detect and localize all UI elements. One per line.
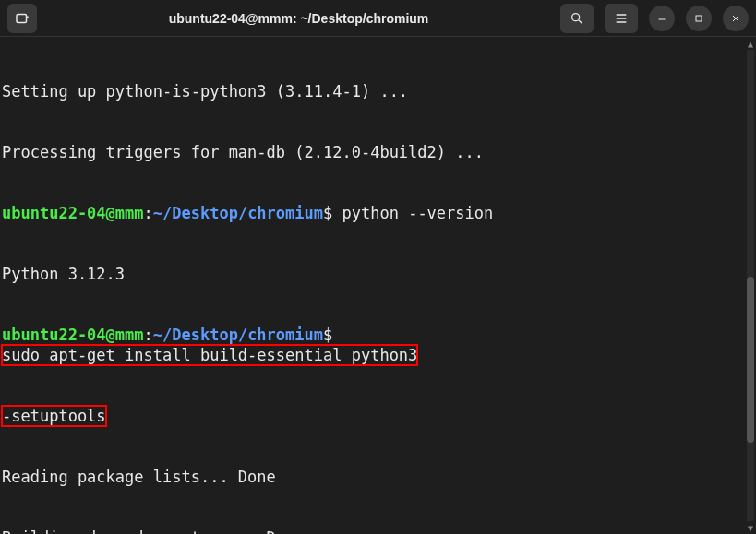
command-text: python --version	[342, 203, 494, 223]
hamburger-menu-button[interactable]	[605, 4, 638, 33]
prompt-sep: :	[144, 203, 153, 223]
scrollbar: ▲ ▼	[745, 37, 756, 534]
maximize-button[interactable]	[686, 6, 712, 31]
output-line: Setting up python-is-python3 (3.11.4-1) …	[2, 81, 754, 101]
titlebar-controls	[560, 4, 749, 33]
prompt-dollar: $	[323, 203, 342, 223]
prompt-dollar: $	[323, 325, 342, 345]
svg-rect-2	[696, 16, 702, 21]
highlighted-command: sudo apt-get install build-essential pyt…	[2, 345, 417, 365]
scrollbar-thumb[interactable]	[747, 277, 754, 443]
svg-point-1	[572, 13, 580, 20]
highlighted-command-continuation: -setuptools	[2, 406, 106, 426]
terminal-output[interactable]: Setting up python-is-python3 (3.11.4-1) …	[0, 37, 756, 534]
output-line: Python 3.12.3	[2, 264, 754, 284]
prompt-line: ubuntu22-04@mmm:~/Desktop/chromium$ sudo…	[2, 325, 754, 365]
prompt-path: ~/Desktop/chromium	[153, 203, 323, 223]
prompt-userhost: ubuntu22-04@mmm	[2, 325, 144, 345]
output-line: Building dependency tree... Done	[2, 528, 754, 534]
prompt-userhost: ubuntu22-04@mmm	[2, 203, 144, 223]
scroll-up-arrow[interactable]: ▲	[745, 37, 756, 50]
search-button[interactable]	[560, 4, 594, 33]
prompt-line: ubuntu22-04@mmm:~/Desktop/chromium$ pyth…	[2, 203, 754, 223]
window-title: ubuntu22-04@mmm: ~/Desktop/chromium	[44, 11, 553, 26]
output-line: -setuptools	[2, 406, 754, 426]
output-line: Reading package lists... Done	[2, 467, 754, 487]
prompt-sep: :	[144, 325, 153, 345]
prompt-path: ~/Desktop/chromium	[153, 325, 323, 345]
minimize-button[interactable]	[649, 6, 675, 31]
new-tab-button[interactable]	[7, 4, 37, 33]
close-button[interactable]	[723, 6, 749, 31]
titlebar: ubuntu22-04@mmm: ~/Desktop/chromium	[0, 0, 756, 37]
output-line: Processing triggers for man-db (2.12.0-4…	[2, 142, 754, 162]
scroll-down-arrow[interactable]: ▼	[745, 521, 756, 534]
svg-rect-0	[17, 14, 27, 22]
